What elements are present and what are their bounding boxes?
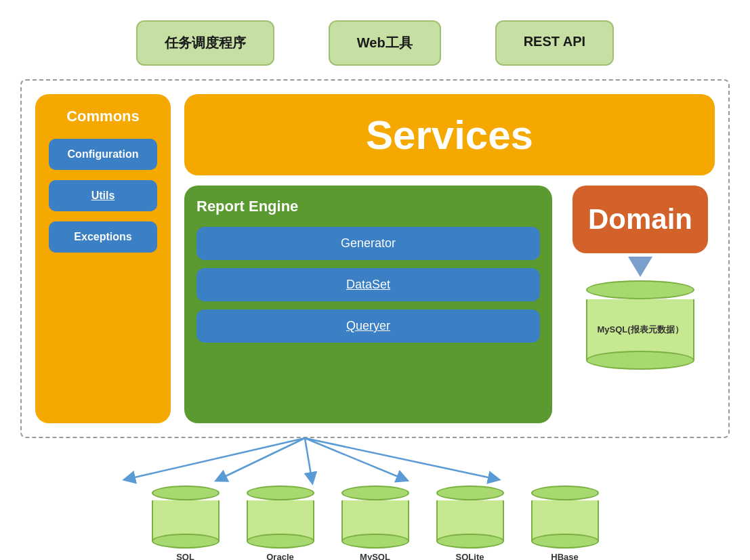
line-sql-server [129, 438, 305, 479]
domain-box: Domain [572, 186, 708, 253]
sql-server-cyl-top [152, 486, 220, 500]
generator-item: Generator [196, 227, 540, 260]
commons-title: Commons [66, 108, 140, 125]
sql-server-label: SQLServer [171, 552, 199, 560]
queryer-label: Queryer [346, 319, 390, 332]
report-engine-box: Report Engine Generator DataSet Queryer [184, 186, 552, 423]
dataset-label: DataSet [346, 278, 390, 291]
connector-lines [20, 438, 730, 479]
utils-label: Utils [91, 190, 115, 201]
utils-item: Utils [49, 180, 157, 211]
web-tools-label: Web工具 [357, 35, 413, 50]
line-oracle [220, 438, 305, 479]
domain-title: Domain [588, 203, 692, 236]
services-title: Services [366, 112, 533, 158]
rest-api-label: REST API [524, 34, 586, 49]
mysql-label: MySQL(报表元数据） [597, 324, 683, 336]
configuration-label: Configuration [68, 148, 139, 160]
line-mysql [305, 438, 312, 479]
line-sqlite [305, 438, 403, 479]
right-content: Services Report Engine Generator DataSet… [184, 94, 715, 423]
configuration-item: Configuration [49, 139, 157, 170]
hbase-cyl-top [531, 486, 599, 500]
oracle-cyl-bottom [247, 534, 314, 548]
top-bar: 任务调度程序 Web工具 REST API [0, 0, 750, 79]
mysql-cylinder: MySQL(报表元数据） [586, 280, 694, 370]
oracle-label: Oracle [266, 552, 293, 560]
rest-api-box: REST API [495, 20, 614, 66]
sqlite-label: SQLite [456, 552, 484, 560]
mysql-bottom-cylinder: MySQL [338, 486, 413, 560]
mysql-bottom-label: MySQL [360, 552, 390, 560]
sql-server-cyl-bottom [152, 534, 220, 548]
queryer-item: Queryer [196, 309, 540, 343]
oracle-cyl-top [247, 486, 314, 500]
lower-section: Report Engine Generator DataSet Queryer … [184, 186, 715, 423]
domain-section: Domain MySQL(报表元数据） [566, 186, 715, 423]
sqlite-cylinder: SQLite [433, 486, 507, 560]
hbase-label: HBase [551, 552, 578, 560]
mysql-bottom-cyl-top [341, 486, 409, 500]
sqlite-cyl-top [436, 486, 504, 500]
domain-arrow [628, 257, 652, 277]
report-engine-title: Report Engine [196, 198, 540, 215]
mysql-cyl-top [586, 280, 694, 299]
mysql-bottom-cyl-bottom [341, 534, 409, 548]
generator-label: Generator [341, 236, 396, 250]
mysql-cyl-bottom [586, 351, 694, 370]
web-tools-box: Web工具 [329, 20, 441, 66]
main-container: Commons Configuration Utils Exceptions S… [20, 79, 730, 438]
sqlite-cyl-bottom [436, 534, 504, 548]
hbase-cylinder: HBase [528, 486, 602, 560]
connectors-area [20, 438, 730, 479]
services-box: Services [184, 94, 715, 175]
bottom-section: SQLServer Oracle MySQL SQLite HB [0, 479, 750, 560]
task-scheduler-label: 任务调度程序 [165, 35, 246, 50]
commons-column: Commons Configuration Utils Exceptions [35, 94, 171, 423]
task-scheduler-box: 任务调度程序 [136, 20, 274, 66]
exceptions-item: Exceptions [49, 221, 157, 253]
line-hbase [305, 438, 495, 479]
exceptions-label: Exceptions [74, 231, 131, 242]
hbase-cyl-bottom [531, 534, 599, 548]
dataset-item: DataSet [196, 268, 540, 301]
sql-server-cylinder: SQLServer [148, 486, 223, 560]
oracle-cylinder: Oracle [243, 486, 318, 560]
